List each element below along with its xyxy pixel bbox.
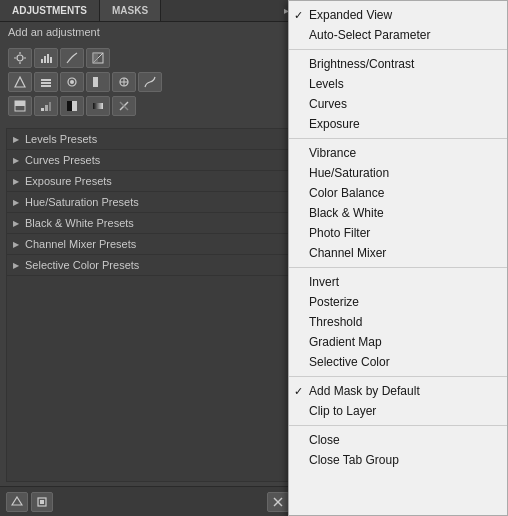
menu-item-invert[interactable]: Invert: [289, 272, 507, 292]
list-item[interactable]: ▶ Channel Mixer Presets: [7, 234, 288, 255]
svg-rect-13: [41, 79, 51, 81]
menu-item-black-white[interactable]: Black & White: [289, 203, 507, 223]
new-layer-button[interactable]: [6, 492, 28, 512]
svg-rect-29: [72, 101, 77, 111]
add-adjustment-label: Add an adjustment: [0, 22, 295, 42]
menu-separator-4: [289, 376, 507, 377]
menu-separator-1: [289, 49, 507, 50]
menu-separator-3: [289, 267, 507, 268]
svg-rect-8: [50, 57, 52, 63]
menu-item-close[interactable]: Close: [289, 430, 507, 450]
context-menu: Expanded View Auto-Select Parameter Brig…: [288, 0, 508, 516]
svg-rect-35: [40, 500, 44, 504]
presets-list: ▶ Levels Presets ▶ Curves Presets ▶ Expo…: [6, 128, 289, 482]
svg-marker-12: [15, 77, 25, 87]
bw-icon[interactable]: [86, 72, 110, 92]
svg-rect-27: [49, 102, 51, 111]
adjustments-panel: ADJUSTMENTS MASKS ▸ Add an adjustment: [0, 0, 295, 516]
svg-rect-25: [41, 108, 44, 111]
svg-point-17: [70, 80, 74, 84]
list-item[interactable]: ▶ Levels Presets: [7, 129, 288, 150]
menu-item-hue-saturation[interactable]: Hue/Saturation: [289, 163, 507, 183]
bottom-toolbar: [0, 486, 295, 516]
svg-rect-24: [15, 101, 25, 106]
tab-adjustments[interactable]: ADJUSTMENTS: [0, 0, 100, 21]
tab-masks[interactable]: MASKS: [100, 0, 161, 21]
adjustment-icons: [0, 42, 295, 124]
menu-separator-2: [289, 138, 507, 139]
menu-item-levels[interactable]: Levels: [289, 74, 507, 94]
menu-item-expanded-view[interactable]: Expanded View: [289, 5, 507, 25]
menu-separator-5: [289, 425, 507, 426]
histogram-icon[interactable]: [34, 48, 58, 68]
photofilter-icon[interactable]: [112, 72, 136, 92]
menu-item-clip-to-layer[interactable]: Clip to Layer: [289, 401, 507, 421]
svg-rect-19: [98, 77, 103, 87]
menu-item-close-tab-group[interactable]: Close Tab Group: [289, 450, 507, 470]
list-item[interactable]: ▶ Selective Color Presets: [7, 255, 288, 276]
menu-item-vibrance[interactable]: Vibrance: [289, 143, 507, 163]
menu-item-channel-mixer[interactable]: Channel Mixer: [289, 243, 507, 263]
menu-item-curves[interactable]: Curves: [289, 94, 507, 114]
svg-rect-11: [93, 53, 98, 63]
bottom-right-controls: [267, 492, 289, 512]
svg-point-0: [17, 55, 23, 61]
exposure-icon[interactable]: [86, 48, 110, 68]
svg-rect-26: [45, 105, 48, 111]
svg-marker-33: [12, 497, 22, 505]
menu-item-photo-filter[interactable]: Photo Filter: [289, 223, 507, 243]
svg-rect-28: [67, 101, 72, 111]
svg-rect-30: [93, 103, 103, 109]
posterize-icon[interactable]: [34, 96, 58, 116]
colorbalance-icon[interactable]: [60, 72, 84, 92]
menu-item-brightness-contrast[interactable]: Brightness/Contrast: [289, 54, 507, 74]
menu-item-color-balance[interactable]: Color Balance: [289, 183, 507, 203]
menu-item-exposure[interactable]: Exposure: [289, 114, 507, 134]
svg-rect-5: [41, 59, 43, 63]
svg-rect-15: [41, 85, 51, 87]
delete-button[interactable]: [267, 492, 289, 512]
svg-rect-7: [47, 54, 49, 63]
svg-rect-14: [41, 82, 51, 84]
menu-item-posterize[interactable]: Posterize: [289, 292, 507, 312]
menu-item-auto-select[interactable]: Auto-Select Parameter: [289, 25, 507, 45]
menu-item-threshold[interactable]: Threshold: [289, 312, 507, 332]
brightness-icon[interactable]: [8, 48, 32, 68]
icons-row-1: [8, 48, 287, 68]
hue-icon[interactable]: [34, 72, 58, 92]
selectivecolor-icon[interactable]: [112, 96, 136, 116]
curves-icon[interactable]: [60, 48, 84, 68]
svg-rect-18: [93, 77, 98, 87]
icons-row-2: [8, 72, 287, 92]
icons-row-3: [8, 96, 287, 116]
list-item[interactable]: ▶ Curves Presets: [7, 150, 288, 171]
gradientmap-icon[interactable]: [86, 96, 110, 116]
menu-item-gradient-map[interactable]: Gradient Map: [289, 332, 507, 352]
clip-to-layer-button[interactable]: [31, 492, 53, 512]
menu-item-add-mask[interactable]: Add Mask by Default: [289, 381, 507, 401]
vibrance-icon[interactable]: [8, 72, 32, 92]
list-item[interactable]: ▶ Hue/Saturation Presets: [7, 192, 288, 213]
svg-rect-6: [44, 56, 46, 63]
list-item[interactable]: ▶ Exposure Presets: [7, 171, 288, 192]
channelmixer-icon[interactable]: [138, 72, 162, 92]
threshold-icon[interactable]: [60, 96, 84, 116]
menu-item-selective-color[interactable]: Selective Color: [289, 352, 507, 372]
tab-bar: ADJUSTMENTS MASKS ▸: [0, 0, 295, 22]
invert-icon[interactable]: [8, 96, 32, 116]
list-item[interactable]: ▶ Black & White Presets: [7, 213, 288, 234]
